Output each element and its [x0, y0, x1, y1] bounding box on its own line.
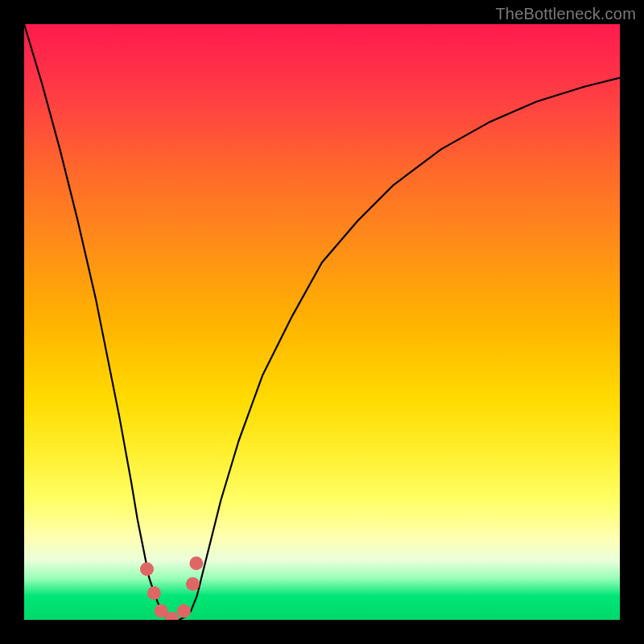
chart-frame: TheBottleneck.com	[0, 0, 644, 644]
data-marker	[147, 586, 161, 600]
data-marker	[177, 604, 191, 617]
data-marker	[186, 577, 200, 591]
curve-layer	[24, 24, 620, 620]
plot-area	[24, 24, 620, 620]
data-marker	[140, 563, 154, 576]
data-marker	[189, 556, 203, 570]
watermark-text: TheBottleneck.com	[495, 5, 636, 23]
bottleneck-curve	[24, 24, 620, 620]
